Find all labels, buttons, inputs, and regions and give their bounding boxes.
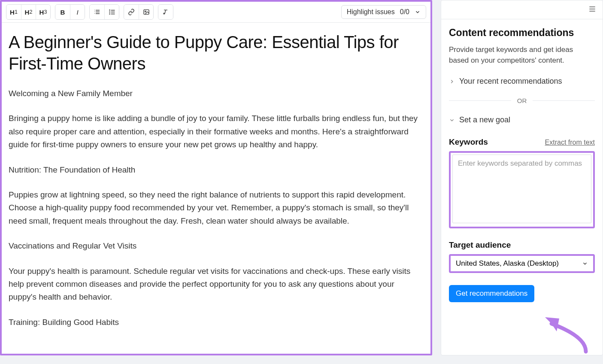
editor-panel: H1 H2 H3 B I bbox=[0, 0, 432, 355]
bold-button[interactable]: B bbox=[55, 5, 70, 19]
image-button[interactable] bbox=[139, 5, 153, 19]
target-audience-value: United States, Alaska (Desktop) bbox=[456, 259, 559, 268]
editor-content[interactable]: A Beginner's Guide to Puppy Care: Essent… bbox=[2, 23, 430, 354]
editor-toolbar: H1 H2 H3 B I bbox=[2, 2, 430, 23]
paragraph: Welcoming a New Family Member bbox=[9, 87, 424, 100]
highlight-issues-dropdown[interactable]: Highlight issues 0/0 bbox=[341, 5, 426, 19]
chevron-down-icon bbox=[582, 261, 588, 267]
document-title: A Beginner's Guide to Puppy Care: Essent… bbox=[9, 31, 424, 74]
link-button[interactable] bbox=[124, 5, 139, 19]
paragraph: Training: Building Good Habits bbox=[9, 316, 424, 329]
chevron-down-icon bbox=[415, 9, 421, 15]
sidebar-panel: Content recommendations Provide target k… bbox=[441, 0, 603, 355]
keywords-input[interactable] bbox=[452, 155, 591, 223]
annotation-arrow-icon bbox=[526, 315, 590, 360]
sidebar-heading: Content recommendations bbox=[449, 27, 595, 39]
paragraph: Nutrition: The Foundation of Health bbox=[9, 164, 424, 176]
svg-point-0 bbox=[109, 9, 110, 11]
paragraph: Bringing a puppy home is like adding a b… bbox=[9, 112, 424, 151]
target-audience-label: Target audience bbox=[449, 240, 595, 250]
paragraph: Your puppy's health is paramount. Schedu… bbox=[9, 265, 424, 304]
svg-point-1 bbox=[109, 12, 110, 13]
heading-1-button[interactable]: H1 bbox=[6, 5, 21, 19]
recent-recommendations-toggle[interactable]: Your recent recommendations bbox=[449, 74, 595, 88]
heading-3-button[interactable]: H3 bbox=[36, 5, 50, 19]
highlight-issues-count: 0/0 bbox=[400, 8, 409, 16]
svg-point-2 bbox=[109, 13, 110, 15]
paragraph: Vaccinations and Regular Vet Visits bbox=[9, 240, 424, 252]
sidebar-subheading: Provide target keywords and get ideas ba… bbox=[449, 45, 595, 66]
chevron-right-icon bbox=[449, 79, 455, 85]
svg-point-4 bbox=[145, 11, 146, 12]
keywords-box bbox=[449, 151, 595, 228]
italic-button[interactable]: I bbox=[70, 5, 85, 19]
set-new-goal-toggle[interactable]: Set a new goal bbox=[449, 113, 595, 127]
menu-icon[interactable] bbox=[588, 5, 597, 15]
or-divider: OR bbox=[449, 97, 595, 104]
get-recommendations-button[interactable]: Get recommendations bbox=[449, 285, 534, 302]
unordered-list-button[interactable] bbox=[104, 5, 119, 19]
highlight-issues-label: Highlight issues bbox=[347, 8, 395, 16]
extract-from-text-link[interactable]: Extract from text bbox=[545, 139, 595, 146]
set-new-goal-label: Set a new goal bbox=[459, 115, 510, 124]
ordered-list-button[interactable] bbox=[90, 5, 104, 19]
target-audience-select[interactable]: United States, Alaska (Desktop) bbox=[449, 254, 595, 273]
keywords-label: Keywords bbox=[449, 137, 488, 147]
paragraph: Puppies grow at lightning speed, so they… bbox=[9, 188, 424, 228]
chevron-down-icon bbox=[449, 117, 455, 123]
recent-recommendations-label: Your recent recommendations bbox=[459, 77, 562, 86]
heading-2-button[interactable]: H2 bbox=[21, 5, 36, 19]
or-label: OR bbox=[517, 97, 527, 104]
clear-formatting-button[interactable] bbox=[158, 5, 173, 19]
